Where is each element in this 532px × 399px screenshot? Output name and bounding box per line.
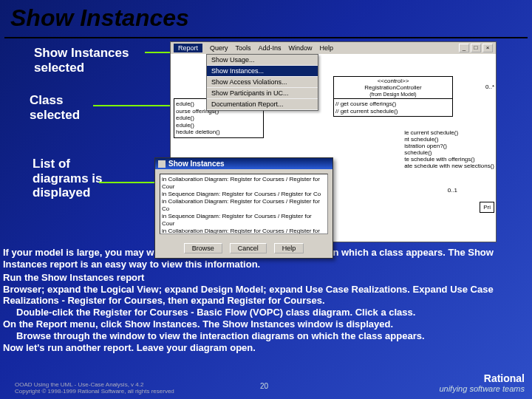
browse-button[interactable]: Browse [184,243,222,253]
logo-brand: Rational [484,372,525,384]
close-button[interactable]: × [482,44,493,52]
menu-addins[interactable]: Add-Ins [259,44,282,52]
menu-item-show-instances[interactable]: Show Instances... [207,66,318,77]
min-button[interactable]: _ [459,44,469,52]
menu-tools[interactable]: Tools [236,44,251,52]
list-item[interactable]: in Collaboration Diagram: Register for C… [162,228,326,234]
op: edule() [176,122,262,129]
show-instances-dialog: Show Instances in Collaboration Diagram:… [154,157,333,259]
page-number: 20 [260,382,268,390]
list-item[interactable]: in Collaboration Diagram: Register for C… [162,198,326,213]
para: On the Report menu, click Show Instances… [3,318,529,330]
class-ops: // get course offerings() // get current… [334,99,452,116]
dialog-title-text: Show Instances [168,160,225,168]
para: Browser; expand the Logical View; expand… [3,284,529,307]
dialog-buttons: Browse Cancel Help [155,239,332,258]
logo: Rational unifying software teams [439,373,525,393]
logo-tagline: unifying software teams [439,384,525,393]
para: Browse through the window to view the in… [3,330,529,342]
menu-window[interactable]: Window [289,44,313,52]
window-buttons: _ □ × [459,44,493,52]
footer: OOAD Using the UML - Use-Case Analysis, … [15,381,174,395]
op: edule() [176,115,262,122]
cancel-button[interactable]: Cancel [230,243,267,253]
dialog-list[interactable]: in Collaboration Diagram: Register for C… [160,174,328,234]
anno-class-selected: Class selected [30,93,80,122]
footer-line2: Copyright © 1998-1999 Rational Software,… [15,388,174,395]
op: // get current schedule() [335,108,451,115]
menu-item[interactable]: Show Access Violations... [207,77,318,88]
body-text: If your model is large, you may want lis… [3,247,529,354]
slide: Show Instances Show Instances selected C… [0,0,532,399]
class-name: RegistrationController [335,85,451,92]
arrow-3 [99,182,157,183]
menu-item[interactable]: Show Usage... [207,55,318,66]
anno-list-displayed: List of diagrams is displayed [33,157,103,200]
para: Double-click the Register for Courses - … [3,307,529,318]
anno-show-instances: Show Instances selected [34,46,129,75]
footer-line1: OOAD Using the UML - Use-Case Analysis, … [15,381,174,388]
dialog-icon [158,160,166,168]
menu-help[interactable]: Help [320,44,334,52]
run-heading: Run the Show Instances report [3,272,529,284]
op: hedule deletion() [176,129,262,136]
multiplicity: 0..* [485,83,494,90]
class-fragment: Pri [480,202,494,213]
menu-item[interactable]: Documentation Report... [207,99,318,110]
class-header: <<control>> RegistrationController (from… [334,77,452,99]
page-title: Show Instances [10,4,189,32]
menu-item[interactable]: Show Participants in UC... [207,88,318,99]
title-rule [4,37,528,38]
menu-query[interactable]: Query [210,44,228,52]
side-ops: le current schedule() nt schedule() istr… [404,129,494,169]
help-button[interactable]: Help [274,243,304,253]
screenshot-window: Report Query Tools Add-Ins Window Help _… [170,41,497,242]
max-button[interactable]: □ [471,44,481,52]
multiplicity: 0..1 [448,187,457,194]
class-from: (from Design Model) [335,92,451,98]
list-item[interactable]: in Sequence Diagram: Register for Course… [162,213,326,228]
list-item[interactable]: in Sequence Diagram: Register for Course… [162,191,326,198]
op: // get course offerings() [335,100,451,108]
list-item[interactable]: in Collaboration Diagram: Register for C… [162,176,326,191]
menu-report[interactable]: Report [174,44,202,52]
dialog-titlebar: Show Instances [155,158,332,169]
arrow-2 [93,105,171,106]
menubar[interactable]: Report Query Tools Add-Ins Window Help [171,42,496,55]
class-box-right[interactable]: <<control>> RegistrationController (from… [333,76,453,117]
report-menu-dropdown[interactable]: Show Usage... Show Instances... Show Acc… [206,54,318,111]
para: Now let's run another report. Leave your… [3,342,529,354]
